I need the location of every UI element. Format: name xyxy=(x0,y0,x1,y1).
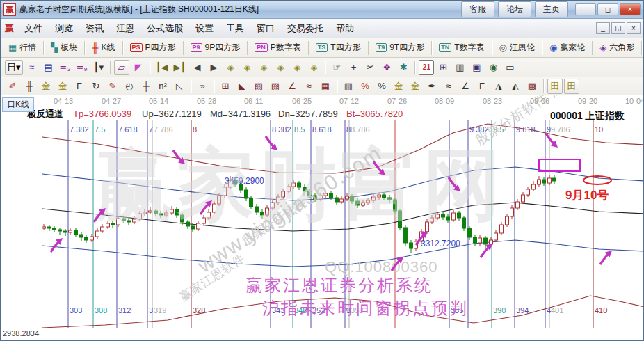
gann-fan-icon[interactable]: ◣ xyxy=(234,79,250,94)
zoom-right-icon[interactable]: ◈ xyxy=(239,60,255,75)
mdi-minimize-button[interactable]: _ xyxy=(596,22,610,34)
shade-grid-icon[interactable]: ▩ xyxy=(524,79,540,94)
forum-button[interactable]: 论坛 xyxy=(498,1,531,17)
square-number-icon[interactable]: n² xyxy=(155,79,170,94)
grid-cross-icon[interactable]: ┼ xyxy=(138,79,154,94)
time-cycle-icon[interactable]: ◴ xyxy=(122,79,137,94)
snapshot-icon[interactable]: ◉ xyxy=(485,60,501,75)
info-note-icon[interactable]: ▤ xyxy=(41,60,56,75)
menu-item[interactable]: 文件 xyxy=(18,19,49,38)
quotes-button[interactable]: ▦行情 xyxy=(4,40,40,55)
measure-cut-icon[interactable]: ✂ xyxy=(362,60,378,75)
close-button[interactable]: × xyxy=(620,3,641,15)
toolbar-item-label: 赢家轮 xyxy=(560,42,585,54)
fibonacci-icon[interactable]: F xyxy=(72,79,87,94)
svg-text:8.786: 8.786 xyxy=(351,125,370,134)
sectors-button[interactable]: ▚板块 xyxy=(47,40,81,55)
step-back-icon[interactable]: ◀ xyxy=(189,60,204,75)
menu-item[interactable]: 浏览 xyxy=(49,19,79,38)
menu-item[interactable]: 窗口 xyxy=(250,19,281,38)
column-grid-icon[interactable]: ▥ xyxy=(341,79,356,94)
resistance-line-icon[interactable]: ◭ xyxy=(508,79,523,94)
gann-box-icon[interactable]: ⊞ xyxy=(218,79,233,94)
gold-section-icon[interactable]: 金 xyxy=(38,79,54,94)
minimize-button[interactable]: — xyxy=(575,3,596,15)
step-forward-icon[interactable]: ▶ xyxy=(206,60,221,75)
menu-item[interactable]: 设置 xyxy=(189,19,220,38)
go-last-icon[interactable]: ▶┃ xyxy=(172,60,188,75)
menu-item[interactable]: 交易委托 xyxy=(281,19,330,38)
fan-box-icon[interactable]: ▨ xyxy=(251,79,266,94)
bars-3-icon[interactable]: ≣₃ xyxy=(58,60,73,75)
gold-line-icon[interactable]: 金 xyxy=(408,79,423,94)
menu-item[interactable]: 江恩 xyxy=(110,19,140,38)
hexagon-button[interactable]: ◈六角形 xyxy=(595,40,638,55)
gann-shape-icon[interactable]: ❖ xyxy=(379,60,394,75)
toolbar-separator xyxy=(414,61,415,74)
menu-item[interactable]: 资讯 xyxy=(79,19,110,38)
mdi-close-button[interactable]: × xyxy=(627,22,641,34)
save-icon[interactable]: ▣ xyxy=(469,60,484,75)
shrink-h-icon[interactable]: ◈ xyxy=(273,60,288,75)
color-wedge-icon[interactable]: ◤ xyxy=(131,60,146,75)
draw-brush-icon[interactable]: ✐ xyxy=(5,79,20,94)
band-box-icon[interactable]: ▱ xyxy=(114,60,129,75)
expand-all-icon[interactable]: ◈ xyxy=(306,60,321,75)
winner-wheel-button[interactable]: ◉赢家轮 xyxy=(545,40,589,55)
go-first-icon[interactable]: ┃◀ xyxy=(154,60,170,75)
percent-icon[interactable]: % xyxy=(357,79,373,94)
p-number-table-button[interactable]: PNP数字表 xyxy=(250,40,305,55)
t-number-table-button[interactable]: TNT数字表 xyxy=(435,40,488,55)
overlay-curve-icon[interactable]: ≈ xyxy=(24,60,40,75)
f-angle-icon[interactable]: F xyxy=(474,79,490,94)
sine-wave-icon[interactable]: ≈ xyxy=(441,79,456,94)
kline-period-tab[interactable]: 日K线 xyxy=(2,97,34,112)
spiral-icon[interactable]: ↻ xyxy=(88,79,104,94)
calendar-icon[interactable]: 21 xyxy=(419,60,434,75)
cycle-flower-icon[interactable]: ✱ xyxy=(396,60,411,75)
calculator-icon[interactable]: ⊞ xyxy=(435,60,451,75)
gold-angle-icon[interactable]: 金 xyxy=(391,79,406,94)
customer-service-button[interactable]: 客服 xyxy=(461,1,494,17)
menu-item[interactable]: 帮助 xyxy=(330,19,360,38)
t-square-button[interactable]: TST四方形 xyxy=(312,40,365,55)
crosshair-icon[interactable]: + xyxy=(346,60,361,75)
price-grid-icon[interactable]: ▦ xyxy=(318,79,333,94)
candle xyxy=(516,202,520,208)
menu-item[interactable]: 工具 xyxy=(220,19,250,38)
maximize-button[interactable]: ◻ xyxy=(597,3,618,15)
mdi-restore-button[interactable]: ◱ xyxy=(611,22,625,34)
expand-v-icon[interactable]: ◈ xyxy=(289,60,305,75)
wave-line-icon[interactable]: ≈ xyxy=(301,79,316,94)
period-day-dropdown[interactable]: 日▾ xyxy=(5,60,23,75)
p9-square-button[interactable]: P99P四方形 xyxy=(186,40,245,55)
homepage-button[interactable]: 主页 xyxy=(535,1,568,17)
percent-line-icon[interactable]: % xyxy=(374,79,389,94)
p-square-button[interactable]: PSP四方形 xyxy=(126,40,180,55)
bars-9-icon[interactable]: ≣₉ xyxy=(74,60,90,75)
overlay-slogans: 赢家江恩证券分析系统沪指未来时间窗拐点预判 xyxy=(245,276,469,317)
square-nine-2-icon[interactable]: 田 xyxy=(564,79,579,94)
net-box-icon[interactable]: ▧ xyxy=(268,79,283,94)
square-nine-icon[interactable]: 田 xyxy=(547,79,563,94)
trend-angle-icon[interactable]: ∠ xyxy=(458,79,473,94)
zoom-left-icon[interactable]: ◈ xyxy=(223,60,238,75)
angle-line-icon[interactable]: ∠ xyxy=(284,79,300,94)
t9-square-button[interactable]: T99T四方形 xyxy=(371,40,429,55)
gold-ratio-icon[interactable]: 金 xyxy=(55,79,70,94)
candle-style-dropdown[interactable]: ┃▾ xyxy=(91,60,106,75)
gann-wheel-button[interactable]: ◎江恩轮 xyxy=(495,40,539,55)
diary-icon[interactable]: ▥ xyxy=(452,60,467,75)
menu-item[interactable]: 公式选股 xyxy=(140,19,189,38)
pan-hand-icon[interactable]: ☞ xyxy=(329,60,344,75)
speed-line-icon[interactable]: ◮ xyxy=(491,79,506,94)
kline-button[interactable]: ╫K线 xyxy=(88,40,119,55)
expand-h-icon[interactable]: ◈ xyxy=(256,60,271,75)
tick-ruler-icon[interactable]: ╫ xyxy=(22,79,37,94)
pencil-gauge-icon[interactable]: ✎ xyxy=(105,79,120,94)
ink-line-icon[interactable]: ✒ xyxy=(424,79,440,94)
angle-ruler-icon[interactable]: ◺ xyxy=(172,79,187,94)
printer-icon[interactable]: ▭ xyxy=(502,60,517,75)
chart-canvas[interactable]: 7.3823037.53087.618312737.78631983288.38… xyxy=(1,95,644,341)
toolbar-overflow-chevron[interactable]: » xyxy=(195,79,210,94)
